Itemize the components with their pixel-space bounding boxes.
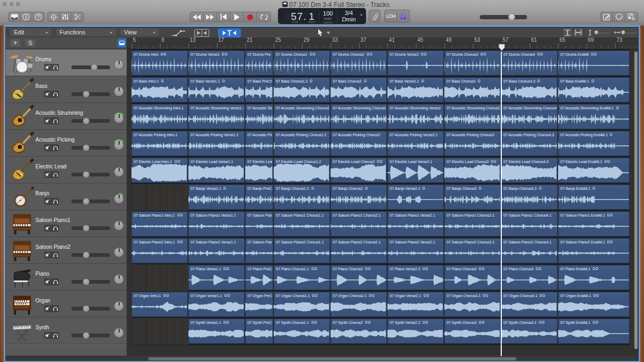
svg-text:?: ?	[37, 14, 40, 19]
